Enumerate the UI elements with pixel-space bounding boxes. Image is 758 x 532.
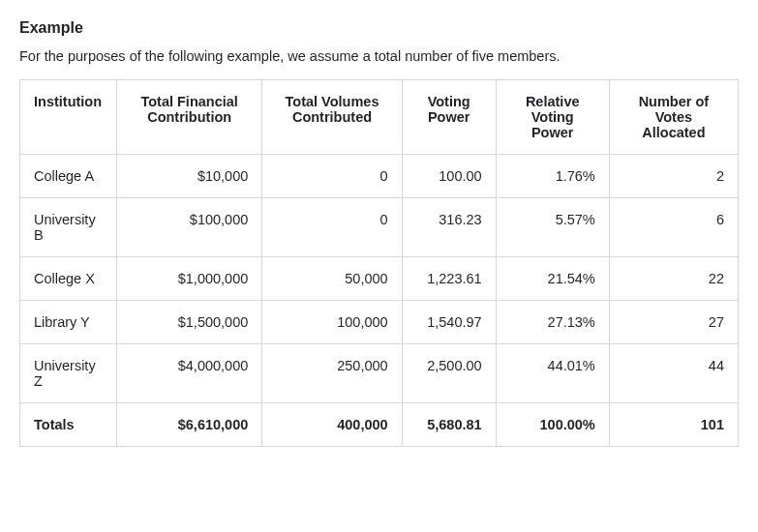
table-header-row: Institution Total Financial Contribution… (20, 80, 739, 155)
col-header-institution: Institution (20, 80, 117, 155)
cell-institution: Library Y (20, 301, 117, 344)
table-row: University B $100,000 0 316.23 5.57% 6 (20, 198, 739, 257)
col-header-tvc: Total Volumes Contributed (262, 80, 402, 155)
cell-rvp: 5.57% (496, 198, 609, 257)
cell-nva-totals: 101 (609, 403, 738, 447)
cell-tvc: 0 (262, 155, 402, 198)
table-row: University Z $4,000,000 250,000 2,500.00… (20, 344, 739, 403)
table-row: College X $1,000,000 50,000 1,223.61 21.… (20, 257, 739, 301)
table-row: College A $10,000 0 100.00 1.76% 2 (20, 155, 739, 198)
cell-tvc-totals: 400,000 (262, 403, 402, 447)
table-totals-row: Totals $6,610,000 400,000 5,680.81 100.0… (20, 403, 739, 447)
cell-tfc-totals: $6,610,000 (117, 403, 262, 447)
cell-vp: 1,223.61 (402, 257, 496, 301)
cell-nva: 22 (609, 257, 738, 301)
example-intro: For the purposes of the following exampl… (19, 48, 739, 64)
cell-rvp: 44.01% (496, 344, 609, 403)
cell-tfc: $10,000 (117, 155, 262, 198)
col-header-vp: Voting Power (402, 80, 496, 155)
cell-vp: 2,500.00 (402, 344, 496, 403)
col-header-tfc: Total Financial Contribution (117, 80, 262, 155)
cell-vp: 100.00 (402, 155, 496, 198)
example-heading: Example (19, 19, 739, 37)
cell-tvc: 50,000 (262, 257, 402, 301)
cell-vp-totals: 5,680.81 (402, 403, 496, 447)
table-row: Library Y $1,500,000 100,000 1,540.97 27… (20, 301, 739, 344)
cell-nva: 27 (609, 301, 738, 344)
cell-vp: 316.23 (402, 198, 496, 257)
cell-rvp: 21.54% (496, 257, 609, 301)
cell-institution: College A (20, 155, 117, 198)
cell-nva: 44 (609, 344, 738, 403)
cell-tfc: $1,000,000 (117, 257, 262, 301)
cell-institution: College X (20, 257, 117, 301)
cell-nva: 6 (609, 198, 738, 257)
cell-rvp: 27.13% (496, 301, 609, 344)
cell-tvc: 0 (262, 198, 402, 257)
col-header-nva: Number of Votes Allocated (609, 80, 738, 155)
example-table: Institution Total Financial Contribution… (19, 79, 739, 447)
cell-tfc: $1,500,000 (117, 301, 262, 344)
col-header-rvp: Relative Voting Power (496, 80, 609, 155)
cell-institution-totals: Totals (20, 403, 117, 447)
cell-tvc: 100,000 (262, 301, 402, 344)
cell-rvp-totals: 100.00% (496, 403, 609, 447)
cell-nva: 2 (609, 155, 738, 198)
cell-tfc: $100,000 (117, 198, 262, 257)
cell-institution: University Z (20, 344, 117, 403)
cell-tvc: 250,000 (262, 344, 402, 403)
cell-institution: University B (20, 198, 117, 257)
cell-rvp: 1.76% (496, 155, 609, 198)
cell-vp: 1,540.97 (402, 301, 496, 344)
cell-tfc: $4,000,000 (117, 344, 262, 403)
